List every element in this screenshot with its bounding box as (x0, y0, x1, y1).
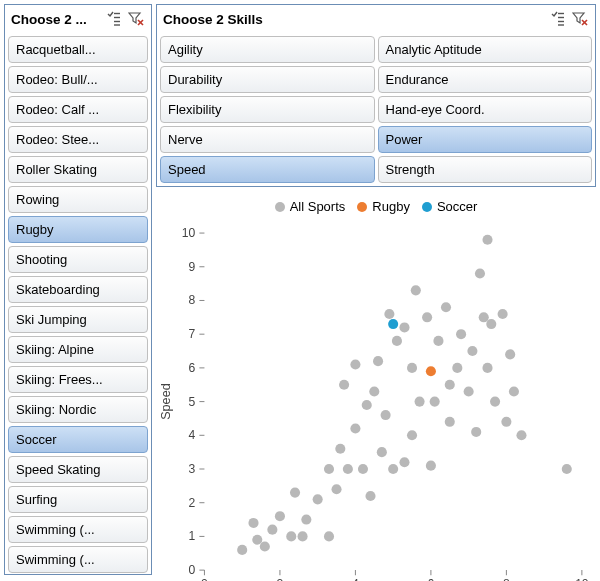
legend-item-all: All Sports (275, 199, 346, 214)
svg-point-102 (501, 417, 511, 427)
svg-point-49 (248, 518, 258, 528)
sport-item[interactable]: Skiing: Alpine (8, 336, 148, 363)
skill-item[interactable]: Durability (160, 66, 375, 93)
svg-point-96 (479, 312, 489, 322)
sport-item[interactable]: Swimming (... (8, 516, 148, 543)
svg-point-99 (486, 319, 496, 329)
svg-point-105 (516, 430, 526, 440)
sport-item[interactable]: Rodeo: Bull/... (8, 66, 148, 93)
svg-point-77 (399, 322, 409, 332)
sport-item[interactable]: Speed Skating (8, 456, 148, 483)
legend-item-rugby: Rugby (357, 199, 410, 214)
svg-text:2: 2 (277, 577, 284, 581)
svg-point-55 (290, 488, 300, 498)
sport-item[interactable]: Rodeo: Stee... (8, 126, 148, 153)
svg-point-90 (452, 363, 462, 373)
skill-item[interactable]: Power (378, 126, 593, 153)
skill-item[interactable]: Analytic Aptitude (378, 36, 593, 63)
svg-point-54 (286, 531, 296, 541)
svg-text:0: 0 (201, 577, 208, 581)
legend-label: Rugby (372, 199, 410, 214)
svg-point-57 (301, 515, 311, 525)
svg-point-51 (260, 541, 270, 551)
chart-legend: All Sports Rugby Soccer (156, 191, 596, 214)
svg-point-71 (373, 356, 383, 366)
svg-point-63 (339, 380, 349, 390)
multiselect-icon[interactable] (105, 10, 123, 28)
sport-item[interactable]: Skiing: Frees... (8, 366, 148, 393)
svg-text:7: 7 (189, 327, 196, 341)
svg-point-67 (358, 464, 368, 474)
svg-point-58 (313, 494, 323, 504)
svg-point-94 (471, 427, 481, 437)
legend-label: All Sports (290, 199, 346, 214)
clear-filter-icon[interactable] (127, 10, 145, 28)
sport-item[interactable]: Skateboarding (8, 276, 148, 303)
svg-text:9: 9 (189, 260, 196, 274)
chart-plot-area: 0246810012345678910PowerSpeed (156, 214, 596, 581)
svg-point-61 (331, 484, 341, 494)
legend-item-soccer: Soccer (422, 199, 477, 214)
svg-point-84 (426, 461, 436, 471)
svg-text:5: 5 (189, 395, 196, 409)
svg-point-53 (275, 511, 285, 521)
sport-item[interactable]: Rugby (8, 216, 148, 243)
svg-point-78 (399, 457, 409, 467)
svg-point-104 (509, 386, 519, 396)
svg-point-92 (464, 386, 474, 396)
skill-item[interactable]: Hand-eye Coord. (378, 96, 593, 123)
svg-text:Speed: Speed (159, 383, 173, 419)
svg-text:4: 4 (352, 577, 359, 581)
svg-text:2: 2 (189, 496, 196, 510)
skill-item[interactable]: Nerve (160, 126, 375, 153)
svg-text:3: 3 (189, 462, 196, 476)
svg-point-60 (324, 464, 334, 474)
svg-point-59 (324, 531, 334, 541)
skill-item[interactable]: Speed (160, 156, 375, 183)
svg-point-91 (456, 329, 466, 339)
multiselect-icon[interactable] (549, 10, 567, 28)
sports-list[interactable]: Racquetball...Rodeo: Bull/...Rodeo: Calf… (5, 33, 151, 574)
svg-point-68 (362, 400, 372, 410)
sport-item[interactable]: Surfing (8, 486, 148, 513)
sports-slicer-panel: Choose 2 ... Racquetball...Rodeo: Bull/.… (4, 4, 152, 575)
sport-item[interactable]: Ski Jumping (8, 306, 148, 333)
skill-item[interactable]: Endurance (378, 66, 593, 93)
sports-panel-header: Choose 2 ... (5, 5, 151, 33)
svg-text:6: 6 (428, 577, 435, 581)
clear-filter-icon[interactable] (571, 10, 589, 28)
sport-item[interactable]: Shooting (8, 246, 148, 273)
legend-dot-icon (275, 202, 285, 212)
svg-point-75 (388, 464, 398, 474)
svg-text:6: 6 (189, 361, 196, 375)
skill-item[interactable]: Strength (378, 156, 593, 183)
sport-item[interactable]: Rowing (8, 186, 148, 213)
sport-item[interactable]: Roller Skating (8, 156, 148, 183)
svg-point-89 (445, 380, 455, 390)
svg-point-107 (426, 366, 436, 376)
sport-item[interactable]: Skiing: Nordic (8, 396, 148, 423)
sport-item[interactable]: Racquetball... (8, 36, 148, 63)
svg-point-100 (490, 397, 500, 407)
svg-point-98 (482, 235, 492, 245)
svg-point-52 (267, 525, 277, 535)
legend-label: Soccer (437, 199, 477, 214)
sports-panel-title: Choose 2 ... (11, 12, 101, 27)
svg-point-64 (343, 464, 353, 474)
skills-panel-header: Choose 2 Skills (157, 5, 595, 33)
legend-dot-icon (422, 202, 432, 212)
svg-text:1: 1 (189, 529, 196, 543)
svg-point-80 (407, 430, 417, 440)
skill-item[interactable]: Flexibility (160, 96, 375, 123)
svg-point-73 (381, 410, 391, 420)
sport-item[interactable]: Soccer (8, 426, 148, 453)
svg-point-83 (422, 312, 432, 322)
svg-text:10: 10 (182, 226, 196, 240)
skill-item[interactable]: Agility (160, 36, 375, 63)
sport-item[interactable]: Swimming (... (8, 546, 148, 573)
scatter-chart: All Sports Rugby Soccer 0246810012345678… (156, 191, 596, 581)
svg-point-97 (482, 363, 492, 373)
svg-point-85 (430, 397, 440, 407)
sport-item[interactable]: Rodeo: Calf ... (8, 96, 148, 123)
svg-text:4: 4 (189, 428, 196, 442)
